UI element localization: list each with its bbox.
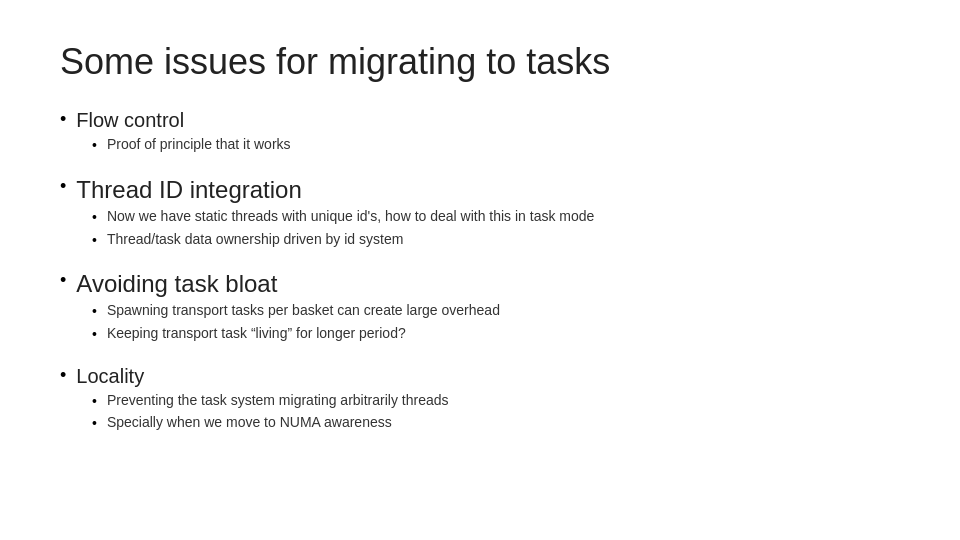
sub-bullet-locality-1: • Specially when we move to NUMA awarene… (92, 413, 900, 434)
sub-bullet-bloat-1: • Keeping transport task “living” for lo… (92, 324, 900, 345)
sub-bullets-avoiding-bloat: • Spawning transport tasks per basket ca… (92, 301, 900, 344)
bullet-dot-3: • (60, 269, 66, 292)
sub-text-thread-0: Now we have static threads with unique i… (107, 207, 594, 227)
sub-bullet-flow-0: • Proof of principle that it works (92, 135, 900, 156)
sub-text-thread-1: Thread/task data ownership driven by id … (107, 230, 403, 250)
section-avoiding-bloat: • Avoiding task bloat • Spawning transpo… (60, 268, 900, 348)
sub-dot: • (92, 208, 97, 228)
bullet-text-thread-id: Thread ID integration (76, 174, 301, 205)
sub-text-flow-0: Proof of principle that it works (107, 135, 291, 155)
sub-text-locality-0: Preventing the task system migrating arb… (107, 391, 449, 411)
sub-bullet-locality-0: • Preventing the task system migrating a… (92, 391, 900, 412)
sub-dot: • (92, 231, 97, 251)
bullet-locality: • Locality (60, 363, 900, 389)
bullet-dot-1: • (60, 108, 66, 131)
bullet-dot-2: • (60, 175, 66, 198)
bullet-text-avoiding-bloat: Avoiding task bloat (76, 268, 277, 299)
section-flow-control: • Flow control • Proof of principle that… (60, 107, 900, 160)
sub-dot: • (92, 136, 97, 156)
bullet-avoiding-bloat: • Avoiding task bloat (60, 268, 900, 299)
sub-bullets-flow-control: • Proof of principle that it works (92, 135, 900, 156)
bullet-flow-control: • Flow control (60, 107, 900, 133)
sub-bullets-locality: • Preventing the task system migrating a… (92, 391, 900, 434)
bullet-thread-id: • Thread ID integration (60, 174, 900, 205)
content-area: • Flow control • Proof of principle that… (60, 107, 900, 442)
sub-dot: • (92, 325, 97, 345)
sub-bullet-bloat-0: • Spawning transport tasks per basket ca… (92, 301, 900, 322)
bullet-dot-4: • (60, 364, 66, 387)
sub-bullets-thread-id: • Now we have static threads with unique… (92, 207, 900, 250)
section-locality: • Locality • Preventing the task system … (60, 363, 900, 438)
slide-title: Some issues for migrating to tasks (60, 40, 900, 83)
sub-text-bloat-1: Keeping transport task “living” for long… (107, 324, 406, 344)
sub-bullet-thread-1: • Thread/task data ownership driven by i… (92, 230, 900, 251)
sub-bullet-thread-0: • Now we have static threads with unique… (92, 207, 900, 228)
section-thread-id: • Thread ID integration • Now we have st… (60, 174, 900, 254)
bullet-text-locality: Locality (76, 363, 144, 389)
sub-text-locality-1: Specially when we move to NUMA awareness (107, 413, 392, 433)
bullet-text-flow-control: Flow control (76, 107, 184, 133)
sub-dot: • (92, 302, 97, 322)
sub-dot: • (92, 414, 97, 434)
sub-dot: • (92, 392, 97, 412)
sub-text-bloat-0: Spawning transport tasks per basket can … (107, 301, 500, 321)
